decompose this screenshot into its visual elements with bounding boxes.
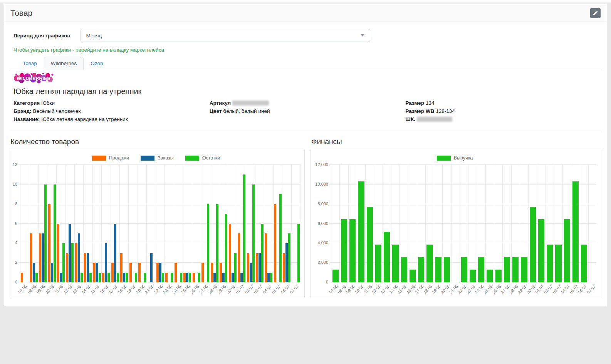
bar xyxy=(222,273,225,282)
bar xyxy=(60,273,62,282)
bar xyxy=(120,253,123,282)
bar-group xyxy=(571,165,580,282)
y-tick-label: 12 xyxy=(13,162,17,167)
bar-group xyxy=(477,165,486,282)
bar xyxy=(213,273,216,282)
bar-group xyxy=(563,165,571,282)
bar-group xyxy=(20,165,29,282)
bar xyxy=(201,263,204,282)
bar xyxy=(44,185,47,282)
bar-group xyxy=(129,165,138,282)
bar xyxy=(258,253,261,282)
x-tick: 07.07 xyxy=(292,283,300,300)
bar-group xyxy=(192,165,201,282)
bar xyxy=(240,273,243,282)
chart-plot-area: 02,0004,0006,0008,00010,00012,000 xyxy=(312,165,597,282)
bar xyxy=(470,270,476,282)
edit-button[interactable] xyxy=(590,8,601,18)
bar-group xyxy=(494,165,503,282)
bar xyxy=(93,263,96,282)
product-title: Юбка летняя нарядная на утренник xyxy=(13,87,601,96)
y-axis-labels: 02,0004,0006,0008,00010,00012,000 xyxy=(312,165,331,282)
bar xyxy=(165,273,168,282)
bar-group xyxy=(486,165,494,282)
bar-group xyxy=(210,165,219,282)
legend-label: Выручка xyxy=(454,155,473,161)
bar-group xyxy=(426,165,434,282)
y-tick-label: 4,000 xyxy=(317,240,328,245)
bar-group xyxy=(228,165,237,282)
bar-group xyxy=(282,165,291,282)
bar xyxy=(30,233,32,282)
bar xyxy=(105,243,107,282)
period-select[interactable]: Месяц xyxy=(81,29,370,42)
bar xyxy=(521,257,527,282)
bar-group xyxy=(554,165,563,282)
bar xyxy=(530,207,536,282)
pencil-icon xyxy=(593,10,598,16)
bar xyxy=(159,263,161,282)
chevron-down-icon xyxy=(361,34,364,37)
section-divider xyxy=(10,132,601,132)
tab-tovar[interactable]: Товар xyxy=(16,57,44,70)
legend-swatch xyxy=(92,156,106,161)
bar xyxy=(538,219,544,282)
bar-group xyxy=(29,165,38,282)
bar xyxy=(35,273,38,282)
bar xyxy=(135,273,137,282)
color-row: Цветбелый, белый иней xyxy=(210,109,406,114)
name-value: Юбка летняя нарядная на утренник xyxy=(41,116,128,122)
bar-group xyxy=(174,165,183,282)
bar xyxy=(243,174,245,282)
bar xyxy=(102,273,104,282)
bar-group xyxy=(529,165,537,282)
bar-group xyxy=(383,165,391,282)
bar xyxy=(66,253,68,282)
bar xyxy=(62,243,65,282)
page-title: Товар xyxy=(10,8,32,18)
bar xyxy=(129,263,132,282)
bar-group xyxy=(165,165,174,282)
quantity-chart: ПродажиЗаказыОстатки02468101207.0608.060… xyxy=(10,150,305,298)
x-tick-label: 07.06 xyxy=(328,284,339,294)
bar xyxy=(138,263,141,282)
bar xyxy=(234,253,237,282)
bar xyxy=(444,257,450,282)
product-info: КатегорияЮбки Брэнд:Весёлый человечек На… xyxy=(13,101,601,125)
bar xyxy=(162,273,164,282)
product-card: Товар Период для графиков Месяц Чтобы ув… xyxy=(4,4,607,306)
bar xyxy=(288,233,290,282)
chart-legend: ПродажиЗаказыОстатки xyxy=(12,153,300,163)
tab-wildberries[interactable]: Wildberries xyxy=(44,57,84,70)
tab-ozon[interactable]: Ozon xyxy=(84,57,110,70)
bar-group xyxy=(537,165,546,282)
bar xyxy=(270,273,272,282)
y-tick-label: 8 xyxy=(15,201,17,206)
bar-group xyxy=(84,165,92,282)
legend-item: Остатки xyxy=(185,155,220,161)
bar-group xyxy=(219,165,228,282)
bar xyxy=(367,207,373,282)
product-info-col-2: Артикул Цветбелый, белый иней xyxy=(210,101,406,125)
bar-group xyxy=(237,165,246,282)
quantity-chart-title: Количество товаров xyxy=(10,138,305,146)
size-wb-value: 128-134 xyxy=(436,108,455,114)
bar-group xyxy=(39,165,47,282)
bar xyxy=(279,194,282,282)
bar xyxy=(69,224,71,283)
bar xyxy=(42,233,44,282)
bar-group xyxy=(138,165,147,282)
y-tick-label: 6,000 xyxy=(317,221,328,226)
product-section: WILDBERRIES Юбка летняя нарядная на утре… xyxy=(13,72,601,125)
color-value: белый, белый иней xyxy=(223,108,270,114)
bar xyxy=(193,273,195,282)
bar xyxy=(512,257,519,282)
bar xyxy=(81,273,83,282)
bar xyxy=(384,232,390,282)
finance-chart-block: Финансы Выручка02,0004,0006,0008,00010,0… xyxy=(311,138,601,298)
bar xyxy=(186,273,188,282)
finance-chart-title: Финансы xyxy=(311,138,601,146)
bar xyxy=(267,273,270,282)
bar xyxy=(435,257,441,282)
legend-item: Заказы xyxy=(141,155,174,161)
